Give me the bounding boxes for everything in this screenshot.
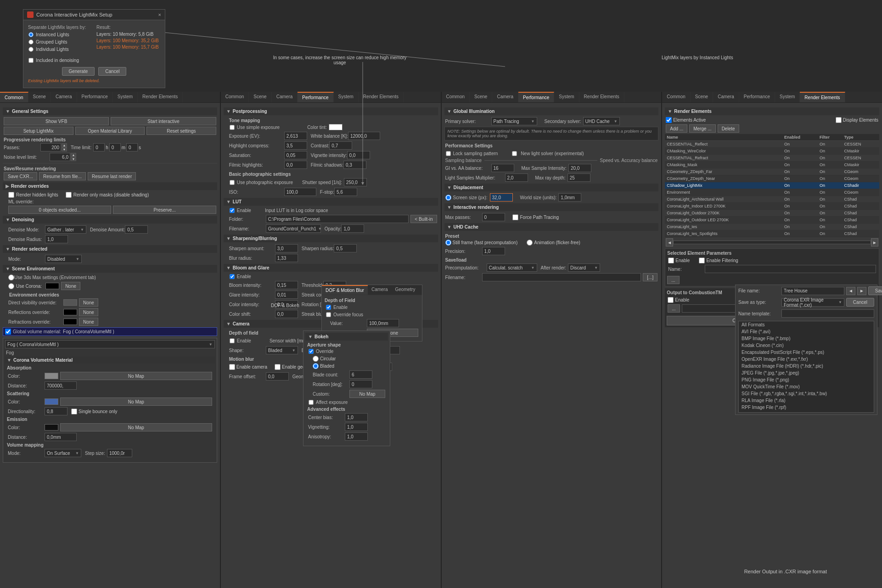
re-scrollbar[interactable] [673,241,871,244]
color-shift-input[interactable] [275,310,298,318]
max-sample-input[interactable] [568,164,591,172]
dof-enable-row[interactable]: Enable [325,304,419,310]
table-row[interactable]: CMasking_WireColorOnOnCMaskir [665,148,879,155]
use-photo-row[interactable]: Use photographic exposure Shutter speed … [224,178,438,186]
tab-renderelem-p4[interactable]: Render Elements [800,92,845,102]
global-volume-checkbox[interactable] [5,329,11,335]
tab-renderelem-p1[interactable]: Render Elements [138,92,183,102]
corona-vol-header[interactable]: ▼ Corona Volumetric Material [5,357,215,364]
sharpening-header[interactable]: ▼ Sharpening/Blurring [224,235,438,242]
vignette-input[interactable] [347,151,370,159]
add-hidden-checkbox[interactable]: Included in denoising [28,57,160,63]
render-hidden-checkbox[interactable] [8,192,14,198]
radio-instanced[interactable]: Instanced Lights [28,32,92,38]
format-list[interactable]: All FormatsAVI File (*.avi)BMP Image Fil… [738,321,874,413]
selected-name-input[interactable] [705,265,876,273]
dof-tab-camera[interactable]: Camera [368,285,392,295]
tab-scene-p3[interactable]: Scene [470,92,492,102]
bloom-intensity-input[interactable] [275,281,298,289]
white-balance-input[interactable] [348,132,380,140]
format-list-item[interactable]: Targa Image File (*.tga,*.vda,*.icb,*.vs… [739,411,874,413]
enable-geometry-checkbox[interactable] [275,364,281,370]
display-elements-checkbox[interactable] [836,117,842,123]
save-nav-prev[interactable]: ◄ [846,287,855,295]
radio-grouped[interactable]: Grouped Lights [28,39,92,45]
dof-tab-geometry[interactable]: Geometry [392,285,419,295]
reflections-none-button[interactable]: None [79,308,98,316]
max-ray-depth-input[interactable] [567,174,590,182]
passes-down[interactable]: ▼ [62,147,67,151]
format-list-item[interactable]: JPEG File (*.jpg,*.jpe,*.jpeg) [739,370,874,376]
table-row[interactable]: CoronaLight_Outdoor 2700KOnOnCShad [665,210,879,217]
step-size-input[interactable] [107,449,132,457]
combustion-enable-checkbox[interactable] [668,297,674,303]
denoising-header[interactable]: ▼ Denoising [3,216,217,224]
re-scroll-left[interactable]: ◄ [666,238,673,246]
reset-settings-button[interactable]: Reset settings [146,127,216,135]
max-passes-input[interactable] [482,213,505,221]
format-list-item[interactable]: SGI File (*.rgb,*.rgba,*.sgi,*.int,*.int… [739,390,874,397]
dof-tab-main[interactable]: DOF & Motion Blur [322,285,368,295]
bokeh-bladecount-input[interactable] [349,370,372,379]
gi-aa-input[interactable] [491,164,514,172]
iso-input[interactable] [284,188,316,196]
cancel-dialog-button[interactable]: Cancel [98,67,126,76]
lut-builtin-button[interactable]: < Built-in [410,215,437,223]
table-row[interactable]: CoronaLight_Indoor LED 2700KOnOnCShad [665,203,879,210]
lock-sampling-row[interactable]: Lock sampling pattern New light solver (… [444,151,659,157]
table-row[interactable]: CMasking_MaskOnOnCMaskir [665,162,879,168]
use-3dsmax-row[interactable]: Use 3ds Max settings (Environment tab) [3,274,217,280]
general-settings-header[interactable]: ▼ General Settings [3,107,217,115]
blur-input[interactable] [275,254,298,262]
shutter-speed-input[interactable] [344,178,367,186]
dialog-close-button[interactable]: × [158,12,161,17]
denoise-mode-dropdown[interactable]: Gather . later ▼ [45,225,86,234]
anisotropy-input[interactable] [345,432,368,441]
selected-enable-checkbox[interactable] [668,258,674,263]
lut-enable-row[interactable]: Enable Input LUT is in Log color space [224,207,438,213]
lut-header[interactable]: ▼ LUT [224,198,438,206]
selected-filtering-checkbox[interactable] [699,258,705,263]
format-list-item[interactable]: RPF Image File (*.rpf) [739,404,874,411]
tab-common-p2[interactable]: Common [221,92,249,102]
shape-dropdown[interactable]: Bladed ▼ [266,346,298,354]
tab-scene-p2[interactable]: Scene [249,92,271,102]
bokeh-header[interactable]: ▼ Bokeh [305,333,388,341]
tab-performance-p2[interactable]: Performance [298,92,333,102]
precision-input[interactable] [482,247,505,255]
bloom-enable-row[interactable]: Enable [224,274,438,280]
scene-env-header[interactable]: ▼ Scene Environment [3,265,217,273]
uhd-cache-header[interactable]: ▼ UHD Cache [444,223,659,231]
directionality-input[interactable] [45,407,67,415]
elements-active-checkbox[interactable] [666,117,672,123]
bokeh-override-row[interactable]: Override [307,348,386,354]
format-list-item[interactable]: Encapsulated PostScript File (*.eps,*.ps… [739,349,874,356]
save-nav-next[interactable]: ► [857,287,866,295]
force-path-checkbox[interactable] [512,214,518,220]
table-row[interactable]: CESSENTIAL_RefractOnOnCESSEN [665,155,879,162]
center-bias-input[interactable] [345,413,368,421]
render-selected-dropdown[interactable]: Disabled ▼ [45,255,82,263]
format-list-item[interactable]: RLA Image File (*.rla) [739,397,874,404]
tab-common-p1[interactable]: Common [0,92,28,102]
format-list-item[interactable]: AVI File (*.avi) [739,328,874,335]
noise-input[interactable] [50,153,70,161]
volume-mode-dropdown[interactable]: On Surface ▼ [45,449,81,457]
tab-common-p3[interactable]: Common [442,92,470,102]
uhd-filename-input[interactable] [482,273,641,281]
dof-override-row[interactable]: Override focus [325,312,419,318]
passes-spinner[interactable]: ▲ ▼ [40,143,67,151]
sharpen-radius-input[interactable] [334,244,357,252]
none-env-button[interactable]: None [61,282,80,290]
primary-solver-dropdown[interactable]: Path Tracing ▼ [491,117,537,125]
denoise-amount-input[interactable] [125,225,148,234]
bokeh-affect-row[interactable]: Affect exposure [307,399,386,405]
tab-camera-p4[interactable]: Camera [713,92,739,102]
tab-system-p2[interactable]: System [334,92,359,102]
sharpen-amount-input[interactable] [275,244,298,252]
frame-offset-input[interactable] [266,372,289,381]
merge-element-button[interactable]: Merge ... [689,124,715,133]
absorption-no-map[interactable]: No Map [60,372,212,380]
tab-system-p3[interactable]: System [554,92,579,102]
format-list-item[interactable]: OpenEXR Image File (*.exr,*.fxr) [739,356,874,363]
